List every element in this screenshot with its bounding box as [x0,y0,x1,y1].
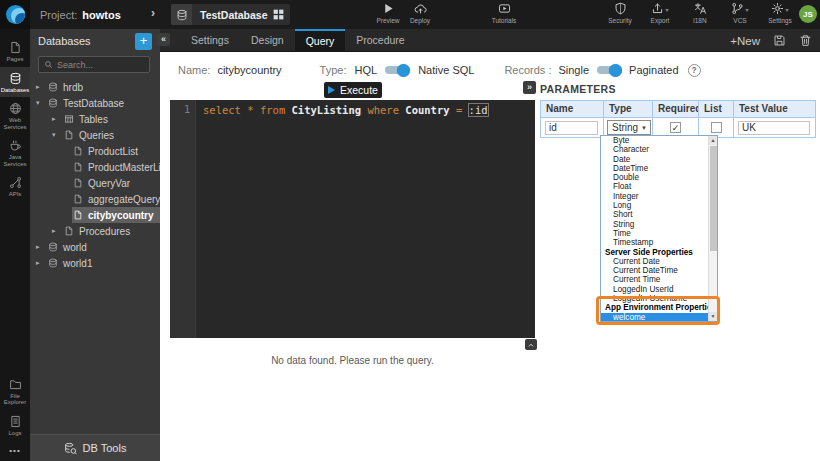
tree-item-world[interactable]: ▸world [30,239,160,255]
topbar-vcs-button[interactable]: ▾VCS [724,2,756,24]
dropdown-option-time[interactable]: Time [601,229,708,238]
wavemaker-logo[interactable] [0,0,30,29]
dropdown-option-loggedin-userid[interactable]: LoggedIn UserId [601,285,708,294]
list-checkbox[interactable] [711,122,722,133]
rail-item-databases[interactable]: Databases [0,67,30,98]
param-type-select[interactable]: String ▼ [607,120,651,135]
topbar-i18n-button[interactable]: i18N [684,2,716,24]
tree-item-tables[interactable]: ▸Tables [30,111,160,127]
globe-icon [9,102,22,115]
tree-item-productlist[interactable]: ProductList [30,143,160,159]
collapse-editor-button[interactable] [525,339,537,350]
tree-item-queries[interactable]: ▾Queries [30,127,160,143]
param-test-value-input[interactable] [738,121,810,135]
dropdown-option-double[interactable]: Double [601,173,708,182]
sidebar-search[interactable] [38,56,150,73]
scrollbar-thumb[interactable] [710,146,717,251]
dropdown-scrollbar[interactable]: ▲ ▼ [708,136,717,321]
topbar-settings-button[interactable]: ▾Settings [764,2,796,24]
add-database-button[interactable]: + [135,33,152,50]
collapse-parameters-button[interactable]: » [523,81,536,94]
tab-design[interactable]: Design [240,29,295,52]
rail-item-pages[interactable]: Pages [0,36,30,67]
collapse-sidebar-button[interactable]: « [157,33,170,46]
tab-procedure[interactable]: Procedure [345,29,415,52]
search-input[interactable] [57,60,144,70]
topbar-security-button[interactable]: Security [604,2,636,24]
save-icon[interactable] [773,34,786,47]
code-token-id: CityListing [292,104,368,116]
dropdown-option-current-date[interactable]: Current Date [601,257,708,266]
tree-item-world1[interactable]: ▸world1 [30,255,160,271]
trash-icon[interactable] [799,34,812,47]
expanded-caret-icon[interactable]: ▾ [36,99,47,107]
tab-settings[interactable]: Settings [180,29,240,52]
dropdown-option-date[interactable]: Date [601,155,708,164]
collapsed-caret-icon[interactable]: ▸ [36,243,47,251]
collapsed-caret-icon[interactable]: ▸ [36,83,47,91]
param-type-value: String [612,122,638,133]
records-toggle[interactable] [596,64,623,77]
tab-label: Settings [191,34,229,46]
new-query-button[interactable]: +New [730,35,760,47]
tree-item-hrdb[interactable]: ▸hrdb [30,79,160,95]
scroll-down-arrow-icon[interactable]: ▼ [709,312,717,321]
tree-item-queryvar[interactable]: QueryVar [30,175,160,191]
rail-item-apis[interactable]: APIs [0,171,30,202]
topbar-deploy-button[interactable]: Deploy [404,2,436,24]
help-icon[interactable]: ? [688,64,701,77]
dropdown-option-float[interactable]: Float [601,182,708,191]
dropdown-option-server-side-properties[interactable]: Server Side Properties [601,248,708,257]
scroll-up-arrow-icon[interactable]: ▲ [709,136,717,145]
tab-query[interactable]: Query [295,29,346,52]
dropdown-option-integer[interactable]: Integer [601,192,708,201]
dropdown-option-short[interactable]: Short [601,210,708,219]
rail-item-java-services[interactable]: Java Services [0,134,30,171]
dropdown-option-long[interactable]: Long [601,201,708,210]
sidebar-title: Databases [38,35,91,47]
dropdown-option-byte[interactable]: Byte [601,136,708,145]
user-avatar[interactable]: JS [799,5,817,23]
topbar-right-actions: Security▾Exporti18N▾VCS▾Settings [604,2,796,24]
dropdown-option-current-datetime[interactable]: Current DateTime [601,266,708,275]
dropdown-option-datetime[interactable]: DateTime [601,164,708,173]
rail-item-logs[interactable]: Logs [0,410,30,441]
tree-item-citybycountry[interactable]: citybycountry [30,207,160,223]
topbar-tutorials-button[interactable]: Tutorials [488,2,520,24]
db-tools-button[interactable]: DB Tools [30,434,160,461]
more-options-dots-icon[interactable]: ••• [0,440,30,461]
records-option-paginated[interactable]: Paginated [629,64,679,76]
topbar-preview-button[interactable]: Preview [372,2,404,24]
collapsed-caret-icon[interactable]: ▸ [52,227,63,235]
dropdown-option-character[interactable]: Character [601,145,708,154]
tree-item-productmasterlist[interactable]: ProductMasterList [30,159,160,175]
rail-item-file-explorer[interactable]: File Explorer [0,373,30,410]
collapsed-caret-icon[interactable]: ▸ [52,115,63,123]
records-option-single[interactable]: Single [558,64,589,76]
dropdown-option-timestamp[interactable]: Timestamp [601,238,708,247]
vcs-branch-icon [731,2,744,15]
expanded-caret-icon[interactable]: ▾ [52,131,63,139]
tree-item-procedures[interactable]: ▸Procedures [30,223,160,239]
tree-item-testdatabase[interactable]: ▾TestDatabase [30,95,160,111]
dropdown-option-current-time[interactable]: Current Time [601,275,708,284]
rail-item-web-services[interactable]: Web Services [0,97,30,134]
grid-apps-icon[interactable] [272,8,285,21]
type-option-hql[interactable]: HQL [355,64,378,76]
dropdown-option-app-environment-properties[interactable]: App Environment Properties [601,303,708,312]
database-selector[interactable]: TestDatabase [171,4,290,25]
type-toggle[interactable] [384,64,411,77]
dropdown-option-loggedin-username[interactable]: LoggedIn Username [601,294,708,303]
file-icon [64,130,74,140]
topbar-export-button[interactable]: ▾Export [644,2,676,24]
tree-item-aggregatequery[interactable]: aggregateQuery [30,191,160,207]
collapsed-caret-icon[interactable]: ▸ [36,259,47,267]
dropdown-option-welcome[interactable]: welcome [601,313,708,321]
code-line[interactable]: select * from CityListing where Country … [203,104,488,116]
type-option-native-sql[interactable]: Native SQL [418,64,474,76]
param-name-input[interactable] [545,121,598,135]
execute-button[interactable]: Execute [324,82,382,98]
required-checkbox[interactable]: ✓ [670,122,681,133]
dropdown-option-string[interactable]: String [601,220,708,229]
sql-code-editor[interactable]: 1 select * from CityListing where Countr… [170,100,535,338]
